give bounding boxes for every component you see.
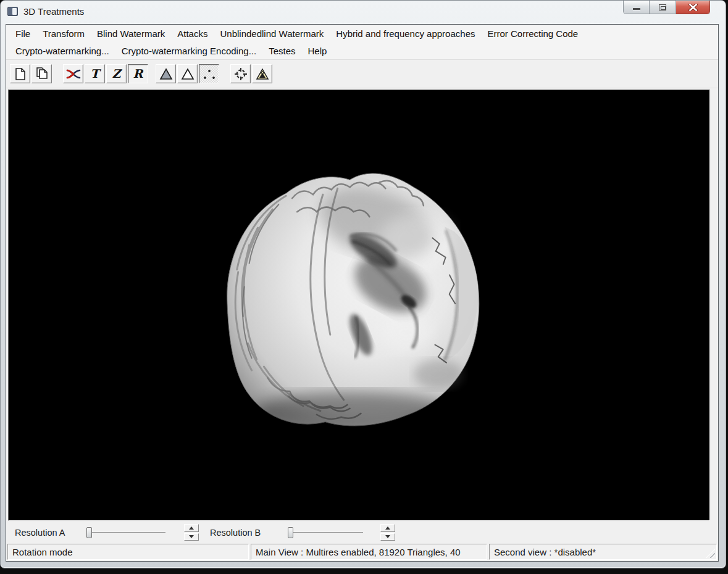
resolution-b-spin-down[interactable] (380, 533, 395, 541)
resolution-a-thumb[interactable] (86, 527, 92, 538)
menu-help[interactable]: Help (302, 46, 333, 56)
translate-T-icon: T (90, 68, 99, 80)
status-mode-panel: Rotation mode (7, 544, 249, 560)
multires-button[interactable] (252, 64, 272, 83)
menu-crypto-watermarking-encoding[interactable]: Crypto-watermarking Encoding... (115, 46, 262, 56)
cut-button[interactable] (63, 64, 83, 83)
cut-scissors-icon (66, 69, 81, 80)
status-mode-text: Rotation mode (12, 547, 73, 557)
rotate-R-icon: R (133, 68, 143, 80)
status-second-view-panel: Second view : *disabled* (489, 544, 717, 560)
solid-render-button[interactable] (156, 64, 176, 83)
menu-row-2: Crypto-watermarking... Crypto-watermarki… (6, 42, 718, 59)
solid-triangle-icon (159, 68, 173, 80)
status-main-view-text: Main View : Multires enabled, 81920 Tria… (256, 547, 461, 557)
crosshair-target-icon (234, 67, 248, 81)
resolution-b-label: Resolution B (210, 528, 269, 538)
maximize-button[interactable] (650, 1, 676, 14)
menu-error-correcting-code[interactable]: Error Correcting Code (481, 28, 584, 39)
window-controls (623, 1, 710, 14)
menu-testes[interactable]: Testes (262, 46, 301, 56)
multires-triangle-icon (256, 68, 269, 80)
resolution-a-spinner (184, 524, 199, 541)
spin-down-icon (385, 535, 390, 538)
app-icon (7, 7, 18, 16)
status-second-view-text: Second view : *disabled* (494, 547, 596, 557)
center-view-button[interactable] (230, 64, 251, 83)
copy-document-icon (35, 67, 49, 81)
menu-row-1: File Transform Blind Watermark Attacks U… (6, 25, 718, 42)
zoom-button[interactable]: Z (106, 64, 127, 83)
resolution-a-label: Resolution A (15, 528, 74, 538)
copy-document-button[interactable] (31, 64, 52, 83)
new-document-button[interactable] (10, 64, 30, 83)
vertex-points-icon (203, 68, 216, 80)
zoom-Z-icon: Z (112, 68, 121, 80)
head-model-render (9, 90, 709, 520)
3d-viewport[interactable] (8, 89, 710, 521)
maximize-icon (659, 4, 666, 10)
resolution-a-spin-down[interactable] (184, 533, 199, 541)
status-bar: Rotation mode Main View : Multires enabl… (6, 543, 718, 561)
points-render-button[interactable] (199, 64, 219, 83)
resolution-a-track[interactable] (86, 532, 165, 533)
close-icon (688, 4, 698, 11)
menu-attacks[interactable]: Attacks (171, 28, 214, 39)
resolution-a-spin-up[interactable] (184, 524, 199, 532)
spin-up-icon (385, 526, 390, 530)
new-document-icon (14, 67, 27, 81)
wireframe-render-button[interactable] (177, 64, 198, 83)
menu-bar: File Transform Blind Watermark Attacks U… (6, 25, 718, 60)
close-button[interactable] (676, 1, 710, 14)
viewport-frame (6, 88, 718, 522)
app-window: 3D Treatments File Transform Blind Wat (0, 0, 726, 568)
status-main-view-panel: Main View : Multires enabled, 81920 Tria… (251, 544, 487, 560)
menu-crypto-watermarking[interactable]: Crypto-watermarking... (9, 46, 115, 56)
menu-unblinded-watermark[interactable]: Unblindedlind Watermark (214, 28, 330, 39)
toolbar: T Z R (6, 60, 718, 88)
wireframe-triangle-icon (181, 68, 195, 80)
resolution-b-thumb[interactable] (288, 527, 293, 538)
resolution-a-slider[interactable] (86, 526, 165, 539)
spin-down-icon (189, 535, 194, 538)
minimize-button[interactable] (623, 1, 650, 14)
resolution-b-spin-up[interactable] (380, 524, 395, 532)
resolution-b-slider[interactable] (288, 526, 363, 539)
minimize-icon (633, 8, 640, 10)
rotate-button[interactable]: R (128, 64, 148, 83)
menu-hybrid-frequency[interactable]: Hybrid and frequency approaches (330, 28, 481, 39)
client-area: File Transform Blind Watermark Attacks U… (6, 24, 719, 562)
resolution-b-track[interactable] (288, 532, 363, 533)
spin-up-icon (189, 526, 194, 530)
resolution-b-spinner (380, 524, 395, 541)
titlebar[interactable]: 3D Treatments (1, 1, 726, 24)
menu-blind-watermark[interactable]: Blind Watermark (91, 28, 171, 39)
menu-file[interactable]: File (9, 28, 36, 39)
resolution-controls: Resolution A Resolution B (6, 522, 718, 543)
window-title: 3D Treatments (23, 6, 84, 17)
menu-transform[interactable]: Transform (36, 28, 91, 39)
translate-button[interactable]: T (85, 64, 105, 83)
